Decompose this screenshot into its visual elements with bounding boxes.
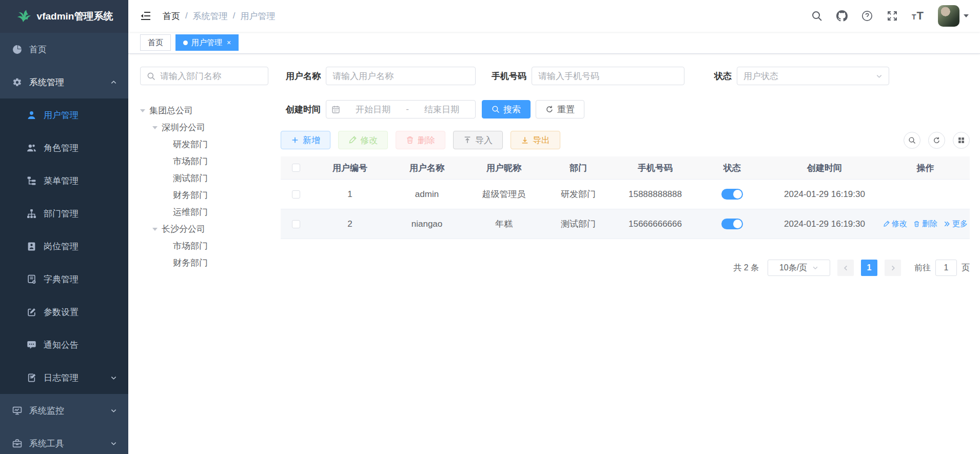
sidebar-item-label: 日志管理: [44, 372, 79, 384]
fullscreen-icon[interactable]: [887, 10, 898, 22]
sidebar-item-home[interactable]: 首页: [0, 33, 128, 66]
user-table: 用户编号 用户名称 用户昵称 部门 手机号码 状态 创建时间 操作 1 admi…: [281, 156, 970, 239]
row-checkbox[interactable]: [292, 220, 300, 228]
sidebar-submenu: 用户管理 角色管理 菜单管理 部门管理 岗位管理: [0, 98, 128, 394]
import-button-label: 导入: [475, 134, 493, 146]
refresh-button[interactable]: [928, 132, 945, 149]
tree-node[interactable]: 财务部门: [140, 187, 268, 204]
logo[interactable]: vfadmin管理系统: [0, 0, 128, 33]
sidebar-item-role-mgmt[interactable]: 角色管理: [0, 131, 128, 164]
column-header: 创建时间: [768, 162, 881, 174]
tree-node[interactable]: 运维部门: [140, 204, 268, 221]
sidebar-item-label: 参数设置: [44, 306, 79, 318]
breadcrumb-separator: /: [185, 11, 188, 21]
row-delete-link[interactable]: 删除: [913, 219, 937, 229]
add-button-label: 新增: [303, 134, 320, 146]
question-icon[interactable]: [861, 10, 873, 22]
sidebar-item-log-mgmt[interactable]: 日志管理: [0, 361, 128, 394]
caret-down-icon[interactable]: [140, 109, 145, 115]
sidebar-item-menu-mgmt[interactable]: 菜单管理: [0, 164, 128, 197]
sidebar-item-label: 部门管理: [44, 208, 79, 220]
fold-sidebar-icon[interactable]: [140, 10, 151, 22]
user-avatar-menu[interactable]: [938, 5, 969, 27]
row-edit-link[interactable]: 修改: [883, 219, 907, 229]
font-size-icon[interactable]: TT: [912, 9, 924, 23]
export-button[interactable]: 导出: [511, 131, 560, 149]
tree-node[interactable]: 测试部门: [140, 170, 268, 187]
tree-node-label: 财务部门: [173, 189, 208, 201]
prev-page-button[interactable]: [837, 260, 854, 276]
username-input[interactable]: 请输入用户名称: [326, 67, 476, 85]
sidebar-item-dict-mgmt[interactable]: 字典管理: [0, 263, 128, 295]
sidebar-item-param-settings[interactable]: 参数设置: [0, 295, 128, 328]
tree-node-label: 深圳分公司: [162, 122, 205, 133]
caret-down-icon[interactable]: [152, 126, 158, 132]
date-range-picker[interactable]: 开始日期 - 结束日期: [326, 100, 476, 119]
sidebar-item-label: 菜单管理: [44, 175, 79, 187]
page-size-select[interactable]: 10条/页: [768, 260, 830, 276]
tree-node[interactable]: 财务部门: [140, 254, 268, 271]
sidebar-item-system-mgmt[interactable]: 系统管理: [0, 66, 128, 98]
sidebar-item-system-monitor[interactable]: 系统监控: [0, 394, 128, 427]
close-tab-icon[interactable]: ×: [227, 38, 231, 47]
caret-down-icon: [964, 14, 969, 20]
columns-button[interactable]: [953, 132, 970, 149]
next-page-button[interactable]: [885, 260, 901, 276]
sidebar-item-system-tools[interactable]: 系统工具: [0, 427, 128, 454]
tree-node[interactable]: 市场部门: [140, 238, 268, 254]
dept-tree: 集团总公司 深圳分公司 研发部门 市场部门 测试部门 财务部门 运维部门 长沙分…: [140, 102, 268, 271]
search-button[interactable]: 搜索: [482, 100, 531, 119]
delete-button[interactable]: 删除: [396, 131, 445, 149]
toggle-search-button[interactable]: [904, 132, 920, 149]
page-number-button[interactable]: 1: [861, 260, 877, 276]
dept-search-input[interactable]: 请输入部门名称: [140, 67, 268, 85]
goto-page-input[interactable]: 1: [935, 260, 957, 276]
phone-input[interactable]: 请输入手机号码: [532, 67, 684, 85]
chevron-down-icon: [812, 265, 818, 271]
caret-down-icon[interactable]: [152, 228, 158, 233]
tree-node[interactable]: 市场部门: [140, 153, 268, 170]
tab-user-mgmt[interactable]: 用户管理 ×: [175, 34, 239, 51]
toolbox-icon: [12, 439, 22, 448]
app-title: vfadmin管理系统: [37, 10, 113, 23]
sidebar-item-user-mgmt[interactable]: 用户管理: [0, 98, 128, 131]
tree-node[interactable]: 研发部门: [140, 136, 268, 153]
sidebar-item-label: 岗位管理: [44, 241, 79, 252]
status-toggle[interactable]: [721, 189, 743, 200]
breadcrumb-home[interactable]: 首页: [163, 10, 180, 22]
import-button[interactable]: 导入: [453, 131, 503, 149]
table-row[interactable]: 1 admin 超级管理员 研发部门 15888888888 2024-01-2…: [281, 180, 970, 209]
avatar[interactable]: [938, 5, 959, 27]
sidebar-item-dept-mgmt[interactable]: 部门管理: [0, 197, 128, 230]
table-row[interactable]: 2 niangao 年糕 测试部门 15666666666 2024-01-29…: [281, 209, 970, 239]
tree-node[interactable]: 集团总公司: [140, 102, 268, 119]
search-icon[interactable]: [811, 10, 822, 22]
row-more-link[interactable]: 更多: [944, 219, 968, 229]
phone-placeholder: 请输入手机号码: [538, 70, 599, 82]
sidebar-item-post-mgmt[interactable]: 岗位管理: [0, 230, 128, 263]
tree-node[interactable]: 长沙分公司: [140, 221, 268, 238]
edit-button[interactable]: 修改: [338, 131, 388, 149]
tree-node-label: 财务部门: [173, 257, 208, 269]
monitor-icon: [12, 406, 22, 416]
status-select[interactable]: 用户状态: [737, 67, 889, 85]
column-header: 用户昵称: [465, 162, 542, 174]
github-icon[interactable]: [836, 10, 848, 22]
status-toggle[interactable]: [721, 219, 743, 229]
add-button[interactable]: 新增: [281, 131, 330, 149]
tree-node[interactable]: 深圳分公司: [140, 119, 268, 136]
table-tools: [904, 132, 970, 149]
sidebar-item-notice[interactable]: 通知公告: [0, 328, 128, 361]
tree-node-label: 市场部门: [173, 155, 208, 167]
cell-username: niangao: [388, 219, 465, 229]
menu-tree-icon: [27, 176, 36, 186]
reset-button[interactable]: 重置: [536, 100, 584, 119]
dept-panel: 请输入部门名称 集团总公司 深圳分公司 研发部门 市场部门 测试部门 财务部门: [140, 67, 268, 454]
breadcrumb-separator: /: [233, 11, 236, 21]
select-all-checkbox[interactable]: [292, 164, 300, 172]
tab-home[interactable]: 首页: [140, 34, 171, 51]
row-checkbox[interactable]: [292, 190, 300, 199]
leaf-logo-icon: [15, 9, 31, 24]
double-arrow-right-icon: [944, 221, 950, 227]
top-navbar: 首页 / 系统管理 / 用户管理 TT: [128, 0, 980, 32]
